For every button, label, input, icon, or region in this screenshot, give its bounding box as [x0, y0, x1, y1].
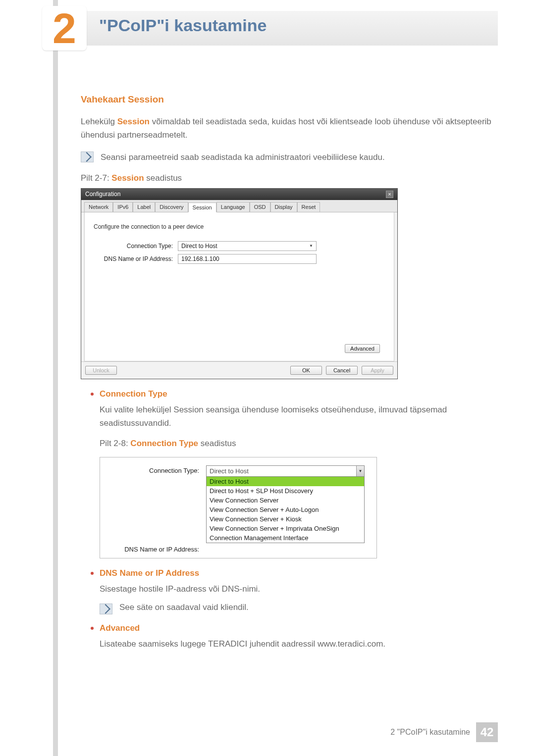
config-body: Configure the connection to a peer devic… — [84, 212, 394, 361]
apply-button[interactable]: Apply — [362, 366, 393, 375]
section-heading: Vahekaart Session — [81, 94, 495, 105]
note-icon — [100, 604, 112, 614]
ct-option[interactable]: Connection Management Interface — [207, 533, 364, 543]
note-text: Seansi parameetreid saab seadistada ka a… — [101, 151, 385, 164]
bullet-title-dns: DNS Name or IP Address — [100, 568, 199, 578]
ct-option[interactable]: View Connection Server — [207, 496, 364, 505]
dns-label: DNS Name or IP Address: — [94, 255, 178, 262]
page-footer: 2 "PCoIP"i kasutamine 42 — [390, 722, 498, 742]
connection-type-figure: Connection Type: Direct to Host ▼ Direct… — [100, 457, 377, 558]
chapter-number: 2 — [53, 7, 76, 50]
cancel-button[interactable]: Cancel — [326, 366, 358, 375]
bullet-text-dns: Sisestage hostile IP-aadress või DNS-nim… — [100, 582, 495, 596]
connection-type-value: Direct to Host — [181, 243, 217, 250]
bullet-text-advanced: Lisateabe saamiseks lugege TERADICI juhe… — [100, 637, 495, 651]
chapter-title: "PCoIP"i kasutamine — [99, 16, 267, 35]
figure-2-7-caption: Pilt 2-7: Session seadistus — [81, 173, 495, 183]
connection-type-select[interactable]: Direct to Host ▼ — [178, 241, 317, 251]
tab-session[interactable]: Session — [188, 202, 216, 212]
ct-option-list: Direct to HostDirect to Host + SLP Host … — [207, 476, 364, 543]
bullet-dot-icon — [91, 393, 94, 396]
note-icon — [81, 151, 94, 162]
tab-row: NetworkIPv6LabelDiscoverySessionLanguage… — [81, 200, 397, 212]
advanced-button[interactable]: Advanced — [345, 344, 380, 353]
fig27-prefix: Pilt 2-7: — [81, 173, 111, 183]
ct-option[interactable]: View Connection Server + Imprivata OneSi… — [207, 524, 364, 533]
ct-fig-connection-type-label: Connection Type: — [107, 465, 206, 474]
tab-display[interactable]: Display — [270, 202, 297, 212]
dns-note-text: See säte on saadaval vaid kliendil. — [119, 603, 249, 612]
tab-discovery[interactable]: Discovery — [155, 202, 188, 212]
form-row-connection-type: Connection Type: Direct to Host ▼ — [94, 241, 385, 251]
tab-language[interactable]: Language — [216, 202, 250, 212]
bullet-title-ct: Connection Type — [100, 389, 167, 399]
side-stripe — [53, 0, 58, 756]
dns-input[interactable]: 192.168.1.100 — [178, 254, 317, 264]
chevron-down-icon: ▼ — [309, 244, 313, 248]
intro-prefix: Lehekülg — [81, 117, 117, 126]
bullet-dot-icon — [91, 572, 94, 575]
chapter-number-box: 2 — [42, 6, 87, 50]
form-row-dns: DNS Name or IP Address: 192.168.1.100 — [94, 254, 385, 264]
ct-option[interactable]: Direct to Host — [207, 477, 364, 486]
bullet-dns: DNS Name or IP Address Sisestage hostile… — [91, 568, 495, 614]
unlock-button[interactable]: Unlock — [85, 366, 117, 375]
tab-label[interactable]: Label — [133, 202, 155, 212]
intro-highlight: Session — [117, 117, 150, 126]
configuration-window: Configuration × NetworkIPv6LabelDiscover… — [81, 188, 398, 379]
config-instruction: Configure the connection to a peer devic… — [94, 223, 385, 230]
chevron-down-icon[interactable]: ▼ — [356, 466, 364, 476]
bullet-dot-icon — [91, 627, 94, 630]
ct-fig-dns-label: DNS Name or IP Address: — [107, 544, 206, 553]
ct-option[interactable]: View Connection Server + Auto-Logon — [207, 505, 364, 514]
ct-fig-select[interactable]: Direct to Host ▼ Direct to HostDirect to… — [206, 465, 365, 543]
ct-option[interactable]: View Connection Server + Kiosk — [207, 514, 364, 524]
config-footer: Unlock OK Cancel Apply — [81, 361, 397, 379]
note-row-1: Seansi parameetreid saab seadistada ka a… — [81, 151, 495, 164]
tab-ipv6[interactable]: IPv6 — [113, 202, 133, 212]
window-titlebar: Configuration × — [81, 189, 397, 200]
fig27-highlight: Session — [111, 173, 144, 183]
tab-osd[interactable]: OSD — [250, 202, 270, 212]
fig27-suffix: seadistus — [144, 173, 182, 183]
bullet-connection-type: Connection Type Kui valite leheküljel Se… — [91, 389, 495, 559]
footer-text: 2 "PCoIP"i kasutamine — [390, 728, 470, 737]
bullet-text-ct: Kui valite leheküljel Session seansiga ü… — [100, 403, 495, 430]
advanced-row: Advanced — [94, 341, 385, 356]
ok-button[interactable]: OK — [290, 366, 322, 375]
tab-reset[interactable]: Reset — [297, 202, 321, 212]
tab-network[interactable]: Network — [84, 202, 113, 212]
fig28-highlight: Connection Type — [130, 439, 198, 448]
connection-type-label: Connection Type: — [94, 243, 178, 250]
window-title: Configuration — [85, 191, 120, 198]
intro-paragraph: Lehekülg Session võimaldab teil seadista… — [81, 115, 495, 142]
fig28-suffix: seadistus — [198, 439, 236, 448]
close-icon[interactable]: × — [386, 191, 393, 198]
fig28-prefix: Pilt 2-8: — [100, 439, 130, 448]
ct-option[interactable]: Direct to Host + SLP Host Discovery — [207, 486, 364, 496]
figure-2-8-caption: Pilt 2-8: Connection Type seadistus — [100, 437, 495, 450]
ct-fig-selected-value: Direct to Host — [210, 467, 249, 475]
page-number: 42 — [476, 722, 498, 742]
bullet-advanced: Advanced Lisateabe saamiseks lugege TERA… — [91, 623, 495, 651]
bullet-title-advanced: Advanced — [100, 623, 140, 633]
